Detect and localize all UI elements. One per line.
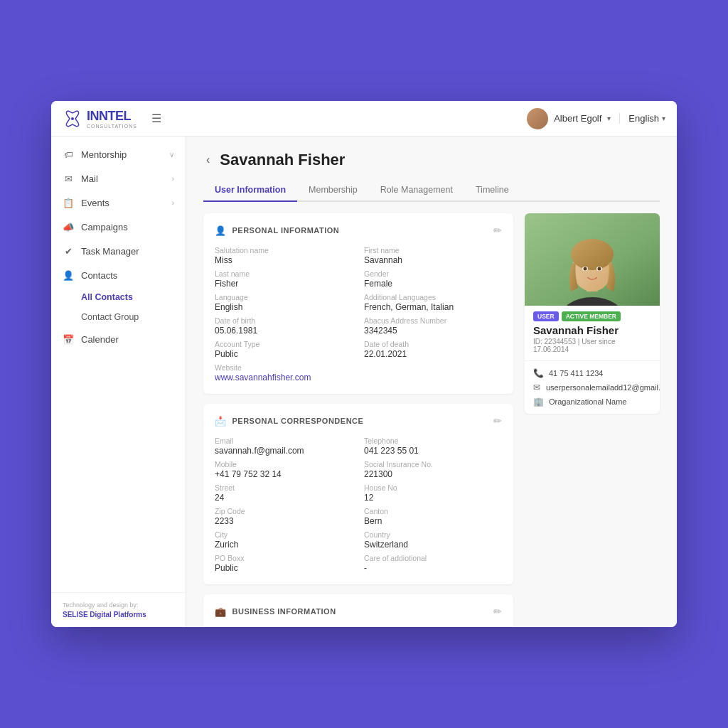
svg-point-0 xyxy=(71,117,74,120)
correspondence-card: 📩 PERSONAL CORRESPONDENCE ✏ Email savann… xyxy=(203,404,513,584)
field-language: Language English xyxy=(215,293,353,312)
correspondence-fields: Email savannah.f@gmail.com Telephone 041… xyxy=(215,437,502,573)
profile-phone: 41 75 411 1234 xyxy=(549,369,603,378)
task-icon: ✔ xyxy=(63,245,74,257)
business-info-card: 💼 BUSINESS INFORMATION ✏ Dependent Savan… xyxy=(203,594,513,627)
sidebar-item-mail[interactable]: ✉ Mail › xyxy=(51,166,186,191)
sidebar-label-task: Task Manager xyxy=(81,246,139,257)
correspondence-icon: 📩 xyxy=(215,416,227,427)
header-right: Albert Egolf ▾ English ▾ xyxy=(527,108,665,129)
phone-icon: 📞 xyxy=(533,368,543,378)
tab-timeline[interactable]: Timeline xyxy=(464,179,520,202)
language-label: English xyxy=(628,113,659,124)
sidebar: 🏷 Mentorship ∨ ✉ Mail › 📋 Events xyxy=(51,136,186,627)
events-arrow: › xyxy=(172,199,174,207)
sidebar-item-task-manager[interactable]: ✔ Task Manager xyxy=(51,239,186,263)
main-layout: 🏷 Mentorship ∨ ✉ Mail › 📋 Events xyxy=(51,136,677,627)
field-lastname: Last name Fisher xyxy=(215,269,353,289)
sidebar-label-mail: Mail xyxy=(81,173,98,184)
field-city: City Zurich xyxy=(215,530,353,550)
profile-card: USER ACTIVE MEMBER Savannah Fisher ID: 2… xyxy=(525,213,660,414)
business-info-header: 💼 BUSINESS INFORMATION ✏ xyxy=(215,606,502,617)
language-selector[interactable]: English ▾ xyxy=(619,113,665,124)
personal-info-fields: Salutation name Miss First name Savannah… xyxy=(215,246,502,382)
field-house-no: House No 12 xyxy=(364,483,502,503)
field-account-type: Account Type Public xyxy=(215,340,353,359)
business-icon: 💼 xyxy=(215,606,227,617)
field-gender: Gender Female xyxy=(364,269,502,289)
field-mobile: Mobile +41 79 752 32 14 xyxy=(215,460,353,479)
left-column: 👤 PERSONAL INFORMATION ✏ Salutation name… xyxy=(203,213,513,627)
tab-membership[interactable]: Membership xyxy=(297,179,369,202)
website-link[interactable]: www.savannahfisher.com xyxy=(215,373,502,382)
profile-org: Oraganizational Name xyxy=(549,397,626,406)
field-salutation: Salutation name Miss xyxy=(215,246,353,265)
sidebar-label-mentorship: Mentorship xyxy=(81,149,127,160)
email-icon: ✉ xyxy=(533,382,540,392)
back-button[interactable]: ‹ xyxy=(203,152,213,168)
sidebar-item-mentorship[interactable]: 🏷 Mentorship ∨ xyxy=(51,142,186,166)
profile-name: Savannah Fisher xyxy=(525,321,660,338)
business-info-label: BUSINESS INFORMATION xyxy=(232,607,336,616)
app-header: INNTEL CONSULTATIONS ☰ Albert Egolf ▾ En… xyxy=(51,101,677,136)
footer-brand: SELISE Digital Platforms xyxy=(63,611,174,619)
field-dob: Date of birth 05.06.1981 xyxy=(215,316,353,336)
mail-arrow: › xyxy=(172,175,174,183)
mail-icon: ✉ xyxy=(63,173,74,184)
sidebar-label-contacts: Contacts xyxy=(81,270,117,281)
personal-info-card: 👤 PERSONAL INFORMATION ✏ Salutation name… xyxy=(203,213,513,394)
personal-info-edit-button[interactable]: ✏ xyxy=(493,225,502,236)
sidebar-label-events: Events xyxy=(81,198,109,208)
profile-badges: USER ACTIVE MEMBER xyxy=(525,306,660,321)
correspondence-title: 📩 PERSONAL CORRESPONDENCE xyxy=(215,416,363,427)
sidebar-item-events[interactable]: 📋 Events › xyxy=(51,191,186,215)
logo-icon xyxy=(63,109,82,129)
profile-id: ID: 22344553 | User since 17.06.2014 xyxy=(525,338,660,361)
tab-user-information[interactable]: User Information xyxy=(203,179,297,202)
field-additional-languages: Additional Languages French, German, Ita… xyxy=(364,293,502,312)
profile-email-row: ✉ userpersonalemailadd12@gmail.com xyxy=(533,382,651,392)
sidebar-subitem-contact-group[interactable]: Contact Group xyxy=(51,307,186,327)
tab-role-management[interactable]: Role Management xyxy=(369,179,464,202)
personal-info-title: 👤 PERSONAL INFORMATION xyxy=(215,225,339,236)
field-date-of-death: Date of death 22.01.2021 xyxy=(364,340,502,359)
hamburger-button[interactable]: ☰ xyxy=(149,109,164,128)
correspondence-label: PERSONAL CORRESPONDENCE xyxy=(232,417,364,425)
user-avatar xyxy=(527,108,548,129)
calender-icon: 📅 xyxy=(63,333,74,345)
svg-point-9 xyxy=(598,267,601,271)
field-street: Street 24 xyxy=(215,483,353,503)
user-menu[interactable]: Albert Egolf ▾ xyxy=(527,108,611,129)
correspondence-edit-button[interactable]: ✏ xyxy=(493,415,502,427)
profile-org-row: 🏢 Oraganizational Name xyxy=(533,397,651,407)
profile-contacts: 📞 41 75 411 1234 ✉ userpersonalemailadd1… xyxy=(525,361,660,414)
sidebar-item-calender[interactable]: 📅 Calender xyxy=(51,327,186,351)
business-info-title: 💼 BUSINESS INFORMATION xyxy=(215,606,336,617)
mentorship-icon: 🏷 xyxy=(63,149,74,160)
personal-info-header: 👤 PERSONAL INFORMATION ✏ xyxy=(215,225,502,236)
badge-user: USER xyxy=(533,311,559,321)
profile-phone-row: 📞 41 75 411 1234 xyxy=(533,368,651,378)
sidebar-label-calender: Calender xyxy=(81,334,119,345)
field-telephone: Telephone 041 223 55 01 xyxy=(364,437,502,456)
mentorship-arrow: ∨ xyxy=(169,151,174,159)
events-icon: 📋 xyxy=(63,197,74,208)
sidebar-item-contacts[interactable]: 👤 Contacts xyxy=(51,263,186,287)
lang-chevron: ▾ xyxy=(662,114,665,122)
field-firstname: First name Savannah xyxy=(364,246,502,265)
field-po-box: PO Boxx Public xyxy=(215,554,353,573)
page-title-row: ‹ Savannah Fisher xyxy=(203,151,660,169)
user-menu-chevron: ▾ xyxy=(607,114,611,122)
badge-active-member: ACTIVE MEMBER xyxy=(562,311,621,321)
contacts-icon: 👤 xyxy=(63,269,74,281)
sidebar-label-campaigns: Campaigns xyxy=(81,222,128,232)
sidebar-subitem-all-contacts[interactable]: All Contacts xyxy=(51,287,186,307)
svg-point-5 xyxy=(571,239,614,270)
sidebar-item-campaigns[interactable]: 📣 Campaigns xyxy=(51,215,186,239)
person-icon: 👤 xyxy=(215,225,227,236)
sidebar-nav: 🏷 Mentorship ∨ ✉ Mail › 📋 Events xyxy=(51,136,186,592)
main-content: ‹ Savannah Fisher User Information Membe… xyxy=(186,136,677,627)
field-abacus: Abacus Address Number 3342345 xyxy=(364,316,502,336)
profile-email: userpersonalemailadd12@gmail.com xyxy=(546,383,660,392)
business-info-edit-button[interactable]: ✏ xyxy=(493,606,502,617)
